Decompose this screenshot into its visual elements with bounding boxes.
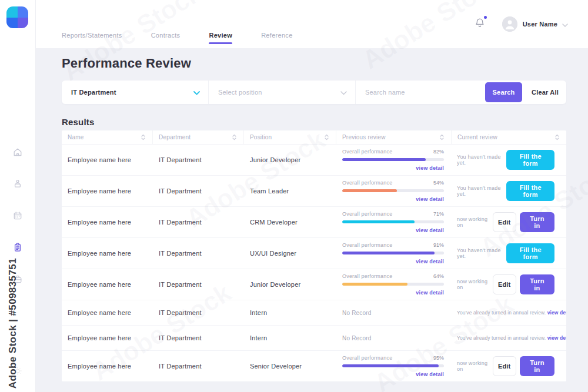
- employee-department: IT Department: [153, 145, 244, 175]
- sort-icon[interactable]: [555, 134, 559, 140]
- buttons-group: Edit Turn in: [493, 274, 554, 294]
- logo-quadrant: [6, 6, 18, 18]
- employee-department: IT Department: [153, 207, 244, 237]
- fill-form-button[interactable]: Fill the form: [506, 181, 554, 201]
- edit-button[interactable]: Edit: [493, 274, 516, 294]
- previous-review-cell: No Record: [336, 300, 452, 325]
- table-row: Employee name here IT Department Junior …: [62, 144, 566, 175]
- performance-block: Overall performance 71% view detail: [342, 211, 444, 233]
- search-field-wrap: [356, 81, 485, 104]
- current-status-text: now working on: [457, 216, 493, 228]
- search-input[interactable]: [356, 89, 485, 96]
- view-detail-link[interactable]: view detail: [342, 259, 444, 264]
- employee-position: Intern: [244, 300, 336, 325]
- table-header: Name Department Position Previous review…: [62, 130, 566, 144]
- turned-in-label: You've already turned in annual review.: [457, 335, 546, 341]
- results-title: Results: [62, 117, 95, 127]
- turned-in-text: You've already turned in annual review. …: [457, 335, 566, 341]
- employee-name: Employee name here: [62, 300, 153, 325]
- department-select[interactable]: IT Department: [62, 81, 209, 104]
- table-row: Employee name here IT Department UX/UI D…: [62, 237, 566, 269]
- performance-label: Overall performance: [342, 242, 392, 248]
- previous-review-cell: Overall performance 71% view detail: [336, 207, 452, 237]
- performance-label: Overall performance: [342, 149, 392, 155]
- sort-icon[interactable]: [232, 134, 236, 140]
- performance-block: Overall performance 54% view detail: [342, 180, 444, 202]
- sidebar-item-home[interactable]: [8, 143, 28, 163]
- app-logo[interactable]: [6, 6, 28, 28]
- edit-button[interactable]: Edit: [493, 356, 516, 376]
- view-detail-link[interactable]: view detail: [342, 165, 444, 171]
- sidebar-item-briefcase[interactable]: [8, 270, 28, 290]
- sidebar-item-calendar[interactable]: [8, 207, 28, 227]
- performance-label: Overall performance: [342, 273, 392, 279]
- calendar-icon: [12, 210, 23, 223]
- tab-reference[interactable]: Reference: [261, 32, 292, 48]
- chevron-down-icon: [193, 87, 200, 98]
- previous-review-cell: No Record: [336, 326, 452, 350]
- previous-review-cell: Overall performance 54% view detail: [336, 176, 452, 206]
- performance-percent: 54%: [433, 180, 444, 186]
- employee-department: IT Department: [153, 176, 244, 206]
- column-header-current-review: Current review: [452, 130, 566, 144]
- sidebar-item-review[interactable]: [8, 239, 28, 259]
- turned-in-text: You've already turned in annual review. …: [457, 310, 566, 316]
- search-button[interactable]: Search: [485, 82, 522, 102]
- table-row: Employee name here IT Department Intern …: [62, 325, 566, 350]
- chevron-down-icon[interactable]: [562, 19, 568, 29]
- employee-name: Employee name here: [62, 326, 153, 350]
- column-header-position: Position: [244, 130, 336, 144]
- progress-bar-fill: [342, 158, 426, 161]
- current-review-cell: You haven't made yet. Fill the form: [452, 145, 566, 175]
- current-status-text: You haven't made yet.: [457, 247, 506, 259]
- table-row: Employee name here IT Department CRM Dev…: [62, 206, 566, 237]
- employee-department: IT Department: [153, 326, 244, 350]
- tab-contracts[interactable]: Contracts: [151, 32, 181, 48]
- sort-icon[interactable]: [141, 134, 145, 140]
- view-detail-link[interactable]: view detail: [342, 227, 444, 233]
- view-detail-link[interactable]: view detail: [342, 371, 444, 377]
- bell-icon: [475, 21, 485, 31]
- previous-review-cell: Overall performance 95% view detail: [336, 351, 452, 381]
- employee-position: Junior Developer: [244, 269, 336, 300]
- progress-bar: [342, 220, 444, 223]
- notifications-button[interactable]: [475, 18, 485, 31]
- logo-quadrant: [6, 18, 18, 29]
- employee-name: Employee name here: [62, 145, 153, 175]
- employee-name: Employee name here: [62, 207, 153, 237]
- progress-bar: [342, 158, 444, 161]
- turned-in-label: You've already turned in annual review.: [457, 310, 546, 316]
- sort-icon[interactable]: [325, 134, 329, 140]
- tab-review[interactable]: Review: [209, 32, 232, 48]
- page-title: Performance Review: [62, 56, 191, 71]
- fill-form-button[interactable]: Fill the form: [506, 243, 554, 263]
- sidebar-item-team[interactable]: [8, 175, 28, 195]
- tab-reports-statements[interactable]: Reports/Statements: [62, 32, 122, 48]
- turn-in-button[interactable]: Turn in: [520, 212, 554, 232]
- filter-bar: IT Department Select position Search Cle…: [62, 81, 566, 104]
- view-detail-link[interactable]: view detail: [342, 290, 444, 296]
- performance-block: Overall performance 82% view detail: [342, 149, 444, 171]
- turn-in-button[interactable]: Turn in: [520, 274, 554, 294]
- sort-icon[interactable]: [440, 134, 444, 140]
- avatar[interactable]: [502, 16, 517, 32]
- turned-in-view-detail-link[interactable]: view detail: [547, 310, 566, 316]
- edit-button[interactable]: Edit: [493, 212, 516, 232]
- fill-form-button[interactable]: Fill the form: [506, 150, 554, 170]
- column-label: Current review: [457, 134, 497, 140]
- home-icon: [12, 147, 23, 160]
- position-select[interactable]: Select position: [209, 81, 356, 104]
- view-detail-link[interactable]: view detail: [342, 196, 444, 202]
- previous-review-cell: Overall performance 64% view detail: [336, 269, 452, 300]
- notification-dot: [484, 16, 487, 19]
- clear-all-button[interactable]: Clear All: [524, 82, 566, 102]
- team-icon: [12, 179, 23, 192]
- user-name[interactable]: User Name: [523, 21, 557, 28]
- employee-position: CRM Developer: [244, 207, 336, 237]
- table-row: Employee name here IT Department Intern …: [62, 300, 566, 325]
- column-header-department: Department: [153, 130, 244, 144]
- turned-in-view-detail-link[interactable]: view detail: [547, 335, 566, 341]
- turn-in-button[interactable]: Turn in: [520, 356, 554, 376]
- current-review-cell: You haven't made yet. Fill the form: [452, 238, 566, 269]
- table-row: Employee name here IT Department Senior …: [62, 350, 566, 381]
